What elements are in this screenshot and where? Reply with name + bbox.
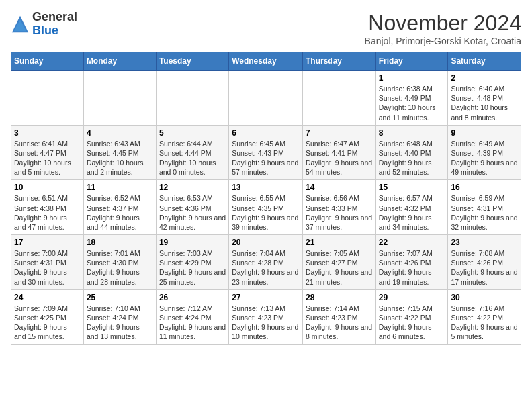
calendar-cell (229, 71, 303, 126)
day-number: 22 (379, 238, 445, 247)
day-number: 3 (14, 128, 81, 138)
day-number: 24 (14, 293, 81, 302)
calendar-cell: 17Sunrise: 7:00 AM Sunset: 4:31 PM Dayli… (11, 235, 84, 290)
day-number: 5 (159, 128, 226, 138)
day-info: Sunrise: 7:03 AM Sunset: 4:29 PM Dayligh… (159, 248, 226, 287)
day-number: 27 (232, 293, 300, 302)
calendar-cell: 13Sunrise: 6:55 AM Sunset: 4:35 PM Dayli… (229, 180, 303, 235)
calendar-cell: 1Sunrise: 6:38 AM Sunset: 4:49 PM Daylig… (375, 71, 448, 126)
day-number: 26 (159, 293, 226, 302)
logo-icon (11, 15, 30, 34)
day-number: 13 (232, 183, 300, 192)
calendar-cell: 24Sunrise: 7:09 AM Sunset: 4:25 PM Dayli… (11, 289, 84, 345)
day-info: Sunrise: 7:12 AM Sunset: 4:24 PM Dayligh… (159, 304, 226, 342)
calendar-week-row: 1Sunrise: 6:38 AM Sunset: 4:49 PM Daylig… (11, 71, 521, 126)
day-number: 8 (379, 128, 445, 138)
day-info: Sunrise: 6:53 AM Sunset: 4:36 PM Dayligh… (159, 193, 226, 232)
calendar-cell: 14Sunrise: 6:56 AM Sunset: 4:33 PM Dayli… (302, 180, 375, 235)
calendar-cell: 4Sunrise: 6:43 AM Sunset: 4:45 PM Daylig… (83, 125, 156, 180)
calendar-cell (156, 71, 228, 126)
calendar-cell: 11Sunrise: 6:52 AM Sunset: 4:37 PM Dayli… (83, 180, 156, 235)
day-info: Sunrise: 6:43 AM Sunset: 4:45 PM Dayligh… (87, 139, 153, 177)
calendar-week-row: 24Sunrise: 7:09 AM Sunset: 4:25 PM Dayli… (11, 289, 521, 345)
day-info: Sunrise: 6:52 AM Sunset: 4:37 PM Dayligh… (87, 193, 153, 232)
logo-general: General (32, 10, 77, 24)
day-info: Sunrise: 7:16 AM Sunset: 4:22 PM Dayligh… (451, 304, 518, 342)
day-info: Sunrise: 6:49 AM Sunset: 4:39 PM Dayligh… (451, 139, 518, 177)
day-number: 11 (87, 183, 153, 192)
day-info: Sunrise: 7:00 AM Sunset: 4:31 PM Dayligh… (14, 248, 81, 287)
day-number: 17 (14, 238, 81, 247)
day-number: 18 (87, 238, 153, 247)
logo-blue: Blue (32, 24, 58, 37)
day-info: Sunrise: 6:44 AM Sunset: 4:44 PM Dayligh… (159, 139, 226, 177)
title-block: November 2024 Banjol, Primorje-Gorski Ko… (365, 11, 521, 46)
day-info: Sunrise: 7:08 AM Sunset: 4:26 PM Dayligh… (451, 248, 518, 287)
calendar-cell: 12Sunrise: 6:53 AM Sunset: 4:36 PM Dayli… (156, 180, 228, 235)
day-number: 10 (14, 183, 81, 192)
day-number: 30 (451, 293, 518, 302)
calendar-cell: 9Sunrise: 6:49 AM Sunset: 4:39 PM Daylig… (448, 125, 521, 180)
day-info: Sunrise: 7:10 AM Sunset: 4:24 PM Dayligh… (87, 304, 153, 342)
weekday-header: Saturday (448, 52, 521, 71)
day-info: Sunrise: 7:07 AM Sunset: 4:26 PM Dayligh… (379, 248, 445, 287)
calendar-cell: 22Sunrise: 7:07 AM Sunset: 4:26 PM Dayli… (375, 235, 448, 290)
weekday-header: Friday (375, 52, 448, 71)
day-info: Sunrise: 7:09 AM Sunset: 4:25 PM Dayligh… (14, 304, 81, 342)
day-info: Sunrise: 6:41 AM Sunset: 4:47 PM Dayligh… (14, 139, 81, 177)
day-number: 7 (306, 128, 373, 138)
calendar-week-row: 3Sunrise: 6:41 AM Sunset: 4:47 PM Daylig… (11, 125, 521, 180)
weekday-header: Tuesday (156, 52, 228, 71)
day-number: 29 (379, 293, 445, 302)
day-info: Sunrise: 6:51 AM Sunset: 4:38 PM Dayligh… (14, 193, 81, 232)
calendar-cell: 30Sunrise: 7:16 AM Sunset: 4:22 PM Dayli… (448, 289, 521, 345)
day-info: Sunrise: 6:45 AM Sunset: 4:43 PM Dayligh… (232, 139, 300, 177)
calendar-table: SundayMondayTuesdayWednesdayThursdayFrid… (11, 52, 521, 345)
weekday-header: Wednesday (229, 52, 303, 71)
day-number: 19 (159, 238, 226, 247)
calendar-cell: 7Sunrise: 6:47 AM Sunset: 4:41 PM Daylig… (302, 125, 375, 180)
location-subtitle: Banjol, Primorje-Gorski Kotar, Croatia (365, 36, 521, 46)
logo-text: General Blue (32, 11, 77, 38)
calendar-cell: 19Sunrise: 7:03 AM Sunset: 4:29 PM Dayli… (156, 235, 228, 290)
day-number: 25 (87, 293, 153, 302)
day-info: Sunrise: 7:14 AM Sunset: 4:23 PM Dayligh… (306, 304, 373, 342)
calendar-cell: 26Sunrise: 7:12 AM Sunset: 4:24 PM Dayli… (156, 289, 228, 345)
day-info: Sunrise: 7:04 AM Sunset: 4:28 PM Dayligh… (232, 248, 300, 287)
logo: General Blue (11, 11, 77, 38)
calendar-cell: 27Sunrise: 7:13 AM Sunset: 4:23 PM Dayli… (229, 289, 303, 345)
day-number: 28 (306, 293, 373, 302)
calendar-cell (11, 71, 84, 126)
month-title: November 2024 (365, 11, 521, 36)
day-info: Sunrise: 7:13 AM Sunset: 4:23 PM Dayligh… (232, 304, 300, 342)
calendar-cell: 29Sunrise: 7:15 AM Sunset: 4:22 PM Dayli… (375, 289, 448, 345)
day-info: Sunrise: 6:57 AM Sunset: 4:32 PM Dayligh… (379, 193, 445, 232)
day-number: 21 (306, 238, 373, 247)
day-number: 16 (451, 183, 518, 192)
day-info: Sunrise: 6:38 AM Sunset: 4:49 PM Dayligh… (379, 84, 445, 122)
day-info: Sunrise: 6:40 AM Sunset: 4:48 PM Dayligh… (451, 84, 518, 122)
calendar-week-row: 17Sunrise: 7:00 AM Sunset: 4:31 PM Dayli… (11, 235, 521, 290)
day-number: 4 (87, 128, 153, 138)
day-info: Sunrise: 7:01 AM Sunset: 4:30 PM Dayligh… (87, 248, 153, 287)
day-info: Sunrise: 6:48 AM Sunset: 4:40 PM Dayligh… (379, 139, 445, 177)
calendar-cell: 8Sunrise: 6:48 AM Sunset: 4:40 PM Daylig… (375, 125, 448, 180)
weekday-header: Monday (83, 52, 156, 71)
day-number: 20 (232, 238, 300, 247)
weekday-header-row: SundayMondayTuesdayWednesdayThursdayFrid… (11, 52, 521, 71)
day-number: 12 (159, 183, 226, 192)
day-number: 1 (379, 73, 445, 83)
day-info: Sunrise: 6:56 AM Sunset: 4:33 PM Dayligh… (306, 193, 373, 232)
day-info: Sunrise: 7:05 AM Sunset: 4:27 PM Dayligh… (306, 248, 373, 287)
day-number: 6 (232, 128, 300, 138)
calendar-cell: 6Sunrise: 6:45 AM Sunset: 4:43 PM Daylig… (229, 125, 303, 180)
calendar-cell: 3Sunrise: 6:41 AM Sunset: 4:47 PM Daylig… (11, 125, 84, 180)
calendar-cell: 23Sunrise: 7:08 AM Sunset: 4:26 PM Dayli… (448, 235, 521, 290)
day-info: Sunrise: 6:59 AM Sunset: 4:31 PM Dayligh… (451, 193, 518, 232)
calendar-cell: 20Sunrise: 7:04 AM Sunset: 4:28 PM Dayli… (229, 235, 303, 290)
day-number: 23 (451, 238, 518, 247)
day-info: Sunrise: 7:15 AM Sunset: 4:22 PM Dayligh… (379, 304, 445, 342)
day-number: 9 (451, 128, 518, 138)
calendar-cell: 10Sunrise: 6:51 AM Sunset: 4:38 PM Dayli… (11, 180, 84, 235)
page-header: General Blue November 2024 Banjol, Primo… (11, 11, 521, 46)
